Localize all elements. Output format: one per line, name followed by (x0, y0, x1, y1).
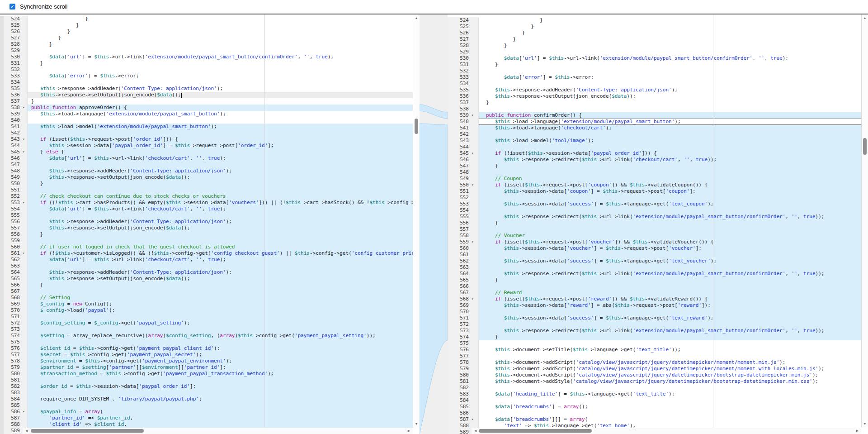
code-line[interactable] (28, 402, 413, 409)
code-line[interactable]: } (28, 22, 413, 29)
fold-toggle-icon[interactable]: ▾ (472, 182, 479, 188)
code-line[interactable] (479, 195, 861, 201)
code-line[interactable]: public function approveOrder() { (28, 105, 413, 111)
code-line[interactable]: public function confirmOrder() { (479, 112, 861, 119)
code-line[interactable]: $this->response->redirect($this->url->li… (479, 157, 861, 163)
code-line[interactable]: } (479, 36, 861, 43)
code-line[interactable]: $this->session->data['coupon'] = $this->… (479, 188, 861, 195)
code-line[interactable]: } (28, 60, 413, 67)
code-line[interactable] (479, 81, 861, 87)
code-line[interactable] (479, 106, 861, 112)
code-line[interactable] (479, 283, 861, 290)
code-line[interactable] (479, 340, 861, 347)
code-line[interactable]: } else { (28, 149, 413, 155)
scroll-up-arrow-icon[interactable]: ▲ (862, 15, 868, 21)
code-line[interactable] (479, 207, 861, 214)
code-line[interactable] (28, 238, 413, 244)
right-horizontal-scrollbar[interactable]: ◀ ▶ (472, 428, 861, 434)
code-line[interactable]: } (28, 282, 413, 288)
code-line[interactable]: $this->response->redirect($this->url->li… (479, 328, 861, 334)
code-line[interactable] (28, 288, 413, 295)
code-line[interactable]: $secret = $this->config->get('payment_pa… (28, 352, 413, 358)
code-line[interactable]: $data['heading_title'] = $this->language… (479, 391, 861, 397)
code-line[interactable]: $data['breadcrumbs'][] = array( (479, 416, 861, 423)
code-line[interactable]: } (28, 181, 413, 187)
code-line[interactable]: $data['url'] = $this->url->link('extensi… (28, 54, 413, 60)
code-line[interactable]: $data['breadcrumbs'] = array(); (479, 404, 861, 410)
code-line[interactable]: $this->document->addStyle('catalog/view/… (479, 378, 861, 385)
code-line[interactable] (479, 252, 861, 258)
code-line[interactable]: $data['error'] = $this->error; (479, 74, 861, 81)
code-line[interactable]: if (isset($this->request->post['order_id… (28, 136, 413, 143)
code-line[interactable]: $this->session->data['voucher'] = $this-… (479, 245, 861, 252)
code-line[interactable]: $this->response->setOutput(json_encode($… (479, 93, 861, 100)
code-line[interactable]: if (isset($this->request->post['coupon']… (479, 182, 861, 188)
code-line[interactable]: } (479, 24, 861, 30)
code-line[interactable] (28, 130, 413, 136)
code-line[interactable]: $this->session->data['success'] = $this-… (479, 258, 861, 264)
code-line[interactable]: $data['url'] = $this->url->link('checkou… (28, 257, 413, 263)
code-line[interactable] (28, 162, 413, 168)
code-line[interactable]: // Coupon (479, 176, 861, 182)
code-line[interactable] (479, 144, 861, 150)
code-line[interactable]: } (479, 277, 861, 283)
code-line[interactable]: 'partner_id' => $partner_id, (28, 415, 413, 421)
left-code-pane[interactable]: 524 }525 }526 }527 }528 }529530 $data['u… (0, 14, 420, 434)
code-line[interactable] (479, 49, 861, 55)
right-horizontal-scroll-thumb[interactable] (479, 429, 592, 433)
code-line[interactable]: } (28, 16, 413, 22)
right-vertical-scroll-thumb[interactable] (863, 138, 867, 155)
code-line[interactable]: } (479, 100, 861, 106)
code-line[interactable]: $this->response->redirect($this->url->li… (479, 214, 861, 220)
code-line[interactable] (479, 309, 861, 315)
code-line[interactable]: // if user not logged in check that the … (28, 244, 413, 250)
code-line[interactable]: $this->response->addHeader('Content-Type… (28, 86, 413, 92)
code-line[interactable]: } (479, 43, 861, 49)
code-line[interactable]: 'client_id' => $client_id, (28, 421, 413, 428)
code-line[interactable]: if ((!$this->cart->hasProducts() && empt… (28, 200, 413, 206)
code-line[interactable]: $data['url'] = $this->url->link('checkou… (28, 206, 413, 212)
code-line[interactable] (28, 390, 413, 396)
code-line[interactable]: // check checkout can continue due to st… (28, 193, 413, 200)
fold-toggle-icon[interactable]: ▾ (472, 416, 479, 423)
code-line[interactable]: $this->response->addHeader('Content-Type… (28, 219, 413, 225)
code-line[interactable]: } (479, 62, 861, 68)
fold-toggle-icon[interactable]: ▾ (23, 250, 28, 257)
code-line[interactable]: $this->response->redirect($this->url->li… (479, 271, 861, 277)
fold-toggle-icon[interactable]: ▾ (23, 409, 28, 415)
code-line[interactable] (479, 131, 861, 138)
code-line[interactable] (479, 226, 861, 233)
code-line[interactable]: $this->response->setOutput(json_encode($… (28, 276, 413, 282)
code-line[interactable]: } (28, 231, 413, 238)
code-line[interactable]: $setting = array_replace_recursive((arra… (28, 333, 413, 339)
code-line[interactable]: $order_id = $this->session->data['paypal… (28, 383, 413, 390)
code-line[interactable]: $this->load->model('extension/module/pay… (28, 124, 413, 130)
code-line[interactable]: $this->response->setOutput(json_encode($… (28, 225, 413, 231)
code-line[interactable]: } (479, 334, 861, 340)
code-line[interactable]: $config_setting = $_config->get('paypal_… (28, 320, 413, 326)
code-line[interactable]: $environment = $this->config->get('payme… (28, 358, 413, 364)
code-line[interactable]: } (28, 29, 413, 35)
code-line[interactable]: $this->session->data['reward'] = abs($th… (479, 302, 861, 309)
code-line[interactable] (479, 385, 861, 391)
code-line[interactable]: $data['url'] = $this->url->link('checkou… (28, 155, 413, 162)
fold-toggle-icon[interactable]: ▾ (472, 296, 479, 302)
code-line[interactable]: } (28, 35, 413, 41)
left-horizontal-scrollbar[interactable]: ◀ ▶ (23, 428, 413, 434)
code-line[interactable] (28, 79, 413, 86)
code-line[interactable]: $paypal_info = array( (28, 409, 413, 415)
code-line[interactable] (28, 339, 413, 345)
code-line[interactable]: $_config = new Config(); (28, 301, 413, 307)
code-line[interactable] (479, 321, 861, 328)
right-vertical-scrollbar[interactable]: ▲ ▼ (861, 14, 868, 428)
scroll-up-arrow-icon[interactable]: ▲ (413, 15, 420, 21)
code-line[interactable]: require_once DIR_SYSTEM . 'library/paypa… (28, 396, 413, 402)
left-vertical-scroll-thumb[interactable] (415, 119, 418, 134)
fold-toggle-icon[interactable]: ▾ (472, 239, 479, 245)
code-line[interactable]: if (!isset($this->session->data['paypal_… (479, 150, 861, 157)
code-line[interactable]: $data['error'] = $this->error; (28, 73, 413, 79)
code-line[interactable] (28, 326, 413, 333)
code-line[interactable]: $this->response->addHeader('Content-Type… (28, 269, 413, 276)
code-line[interactable]: } (479, 30, 861, 36)
code-line[interactable] (28, 314, 413, 320)
